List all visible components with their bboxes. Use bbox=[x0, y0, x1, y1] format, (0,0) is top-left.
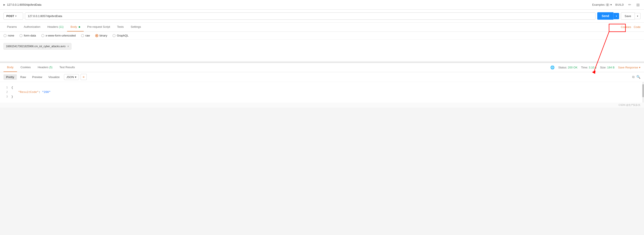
code-link[interactable]: Code bbox=[634, 25, 640, 29]
save-button[interactable]: Save bbox=[621, 13, 635, 20]
file-chip: 1666154173621825966.cm_iot_cyber_attacks… bbox=[4, 43, 72, 50]
search-button[interactable]: 🔍 bbox=[636, 75, 640, 79]
response-tab-headers[interactable]: Headers (5) bbox=[34, 63, 56, 72]
radio-binary[interactable]: binary bbox=[95, 34, 107, 37]
format-chevron-icon: ▾ bbox=[75, 75, 76, 79]
wrap-lines-icon: ≡ bbox=[83, 75, 84, 79]
size-value: 184 B bbox=[607, 66, 614, 69]
code-line-2: 2 "ResultCode": "200" bbox=[4, 90, 640, 95]
radio-url-encoded-circle bbox=[41, 34, 44, 37]
json-key-result-code: "ResultCode" bbox=[18, 91, 39, 94]
tab-tests[interactable]: Tests bbox=[114, 23, 127, 32]
response-tab-cookies[interactable]: Cookies bbox=[17, 63, 34, 72]
radio-raw[interactable]: raw bbox=[81, 34, 90, 37]
send-dropdown-button[interactable]: ▾ bbox=[614, 13, 619, 19]
examples-chevron-icon: ▾ bbox=[610, 3, 612, 6]
notes-icon-button[interactable]: ▤ bbox=[636, 2, 640, 8]
top-bar: ▶ 127.0.0.1:8050/dpi/brdData Examples 0 … bbox=[0, 0, 644, 10]
time-value: 3.10 s bbox=[589, 66, 596, 69]
copy-button[interactable]: ⧉ bbox=[632, 75, 634, 79]
line-number-2: 2 bbox=[4, 90, 8, 95]
format-select[interactable]: JSON ▾ bbox=[64, 74, 79, 80]
format-tab-pretty[interactable]: Pretty bbox=[4, 74, 17, 80]
file-remove-button[interactable]: × bbox=[67, 45, 69, 48]
radio-raw-label: raw bbox=[86, 34, 90, 37]
edit-icon-button[interactable]: ✏ bbox=[628, 2, 632, 8]
top-bar-left: ▶ 127.0.0.1:8050/dpi/brdData bbox=[4, 3, 42, 6]
format-tab-raw[interactable]: Raw bbox=[18, 74, 28, 80]
body-label: Body bbox=[70, 25, 77, 29]
format-tab-preview[interactable]: Preview bbox=[30, 74, 45, 80]
globe-icon: 🌐 bbox=[550, 65, 555, 70]
radio-graphql-circle bbox=[112, 34, 116, 37]
wrap-lines-button[interactable]: ≡ bbox=[80, 74, 87, 80]
time-info: Time: 3.10 s bbox=[581, 66, 596, 69]
send-group: Send ▾ bbox=[597, 12, 619, 20]
format-tabs: Pretty Raw Preview Visualize bbox=[4, 74, 62, 80]
radio-none-circle bbox=[4, 34, 6, 37]
size-info: Size: 184 B bbox=[600, 66, 615, 69]
tab-headers[interactable]: Headers (11) bbox=[44, 23, 67, 32]
size-label: Size: bbox=[600, 66, 606, 69]
request-url-path: 127.0.0.1:8050/dpi/brdData bbox=[7, 3, 42, 6]
request-tabs-bar: Params Authorization Headers (11) Body P… bbox=[0, 23, 644, 32]
radio-form-data-label: form-data bbox=[24, 34, 36, 37]
headers-count-badge: (11) bbox=[59, 25, 63, 29]
radio-none[interactable]: none bbox=[4, 34, 14, 37]
examples-label: Examples bbox=[592, 3, 605, 6]
file-upload-area: 1666154173621825966.cm_iot_cyber_attacks… bbox=[0, 40, 644, 61]
tab-body[interactable]: Body bbox=[67, 23, 84, 32]
tab-authorization[interactable]: Authorization bbox=[20, 23, 44, 32]
response-action-icons: ⧉ 🔍 bbox=[632, 75, 640, 79]
request-tabs-right: Cookies Code bbox=[621, 25, 640, 29]
radio-graphql[interactable]: GraphQL bbox=[112, 34, 128, 37]
tab-params[interactable]: Params bbox=[4, 23, 20, 32]
radio-none-label: none bbox=[8, 34, 14, 37]
send-button[interactable]: Send bbox=[597, 12, 614, 20]
line-content-3: } bbox=[11, 95, 640, 99]
save-group: Save ▾ bbox=[621, 13, 640, 20]
method-chevron-icon: ▾ bbox=[15, 15, 16, 17]
radio-binary-label: binary bbox=[100, 34, 107, 37]
radio-form-data[interactable]: form-data bbox=[20, 34, 36, 37]
radio-form-data-circle bbox=[20, 34, 22, 37]
line-number-1: 1 bbox=[4, 86, 8, 90]
code-line-3: 3 } bbox=[4, 95, 640, 99]
tab-settings[interactable]: Settings bbox=[127, 23, 144, 32]
code-line-1: 1 { bbox=[4, 86, 640, 90]
scrollbar-track[interactable] bbox=[642, 82, 644, 103]
line-number-3: 3 bbox=[4, 95, 8, 99]
method-select[interactable]: POST ▾ bbox=[4, 13, 23, 20]
save-response-button[interactable]: Save Response ▾ bbox=[618, 66, 640, 69]
format-bar: Pretty Raw Preview Visualize JSON ▾ ≡ ⧉ … bbox=[0, 72, 644, 82]
format-tab-visualize[interactable]: Visualize bbox=[46, 74, 62, 80]
time-label: Time: bbox=[581, 66, 588, 69]
method-label: POST bbox=[6, 15, 14, 18]
build-button[interactable]: BUILD bbox=[616, 3, 624, 6]
response-tabs-right: 🌐 Status: 200 OK Time: 3.10 s Size: 184 … bbox=[550, 65, 640, 70]
line-content-2: "ResultCode": "200" bbox=[11, 90, 640, 95]
response-section: Body Cookies Headers (5) Test Results 🌐 … bbox=[0, 62, 644, 108]
scrollbar-thumb[interactable] bbox=[642, 84, 644, 97]
json-val-result-code: "200" bbox=[42, 91, 50, 94]
top-bar-right: Examples 0 ▾ BUILD ✏ ▤ bbox=[592, 2, 640, 8]
save-dropdown-button[interactable]: ▾ bbox=[635, 13, 640, 19]
response-tab-test-results[interactable]: Test Results bbox=[56, 63, 78, 72]
file-name: 1666154173621825966.cm_iot_cyber_attacks… bbox=[6, 45, 66, 48]
radio-url-encoded-label: x-www-form-urlencoded bbox=[46, 34, 76, 37]
format-controls: Pretty Raw Preview Visualize JSON ▾ ≡ bbox=[4, 74, 87, 80]
radio-url-encoded[interactable]: x-www-form-urlencoded bbox=[41, 34, 76, 37]
body-options-bar: none form-data x-www-form-urlencoded raw… bbox=[0, 32, 644, 40]
request-bar: POST ▾ Send ▾ Save ▾ bbox=[0, 10, 644, 23]
expand-arrow-icon: ▶ bbox=[4, 4, 5, 6]
cookies-link[interactable]: Cookies bbox=[621, 25, 631, 29]
request-tabs-left: Params Authorization Headers (11) Body P… bbox=[4, 23, 144, 32]
examples-button[interactable]: Examples 0 ▾ bbox=[592, 3, 612, 6]
tab-pre-request[interactable]: Pre-request Script bbox=[84, 23, 114, 32]
footer: CSDN @生产队队长 bbox=[0, 103, 644, 108]
examples-badge: 0 bbox=[606, 3, 610, 6]
line-content-1: { bbox=[11, 86, 640, 90]
url-input[interactable] bbox=[25, 13, 596, 20]
response-tab-body[interactable]: Body bbox=[4, 63, 17, 72]
response-tabs-bar: Body Cookies Headers (5) Test Results 🌐 … bbox=[0, 63, 644, 72]
